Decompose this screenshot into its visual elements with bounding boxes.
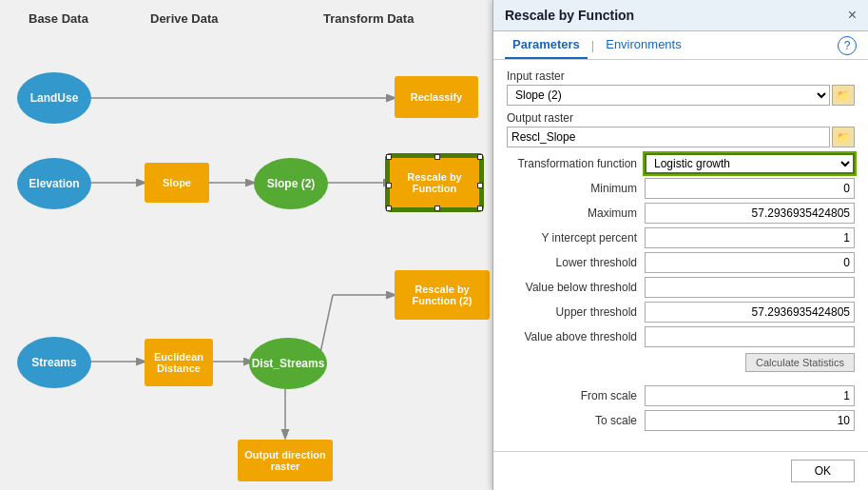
value-above-row: Value above threshold [507,326,855,347]
dialog-title: Rescale by Function [505,8,634,23]
node-rescale-function-2[interactable]: Rescale by Function (2) [395,270,490,320]
node-slope-rect[interactable]: Slope [145,163,209,203]
value-above-label: Value above threshold [507,330,645,343]
minimum-label: Minimum [507,182,645,195]
transformation-row: Transformation function Logistic growth [507,153,855,174]
tab-separator: | [591,38,594,52]
value-below-input[interactable] [645,277,855,298]
lower-threshold-label: Lower threshold [507,256,645,269]
output-raster-input[interactable] [507,127,830,147]
arrows-svg [0,0,494,490]
from-scale-input[interactable] [645,385,855,406]
input-raster-group: Input raster Slope (2) 📁 [507,69,855,106]
upper-threshold-label: Upper threshold [507,305,645,319]
input-raster-label: Input raster [507,69,855,83]
node-reclassify[interactable]: Reclassify [395,76,478,118]
calc-stats-button[interactable]: Calculate Statistics [745,353,855,372]
transformation-label: Transformation function [507,157,645,170]
from-scale-label: From scale [507,389,645,402]
canvas-area: Base Data Derive Data Transform Data Lan… [0,0,494,490]
output-raster-row: 📁 [507,127,855,147]
dialog-tabs: Parameters | Environments ? [493,31,868,60]
calc-stats-row: Calculate Statistics [507,353,855,380]
input-raster-select[interactable]: Slope (2) [507,85,830,106]
input-raster-folder-btn[interactable]: 📁 [832,85,855,106]
maximum-row: Maximum [507,203,855,224]
help-icon[interactable]: ? [838,36,857,55]
col-header-derive-data: Derive Data [150,11,219,26]
output-raster-label: Output raster [507,111,855,125]
y-intercept-row: Y intercept percent [507,227,855,248]
node-slope-ellipse[interactable]: Slope (2) [254,158,328,209]
lower-threshold-row: Lower threshold [507,252,855,273]
upper-threshold-row: Upper threshold [507,302,855,323]
node-elevation[interactable]: Elevation [17,158,91,209]
col-header-base-data: Base Data [29,11,88,26]
y-intercept-input[interactable] [645,227,855,248]
ok-button[interactable]: OK [791,460,855,482]
input-raster-row: Slope (2) 📁 [507,85,855,106]
lower-threshold-input[interactable] [645,252,855,273]
from-scale-row: From scale [507,385,855,406]
to-scale-row: To scale [507,410,855,431]
y-intercept-label: Y intercept percent [507,231,645,245]
minimum-row: Minimum [507,178,855,199]
close-button[interactable]: × [848,8,857,23]
dialog-content: Input raster Slope (2) 📁 Output raster 📁… [493,60,868,451]
node-landuse[interactable]: LandUse [17,72,91,124]
tab-parameters[interactable]: Parameters [505,31,588,59]
minimum-input[interactable] [645,178,855,199]
output-raster-group: Output raster 📁 [507,111,855,147]
node-euclidean[interactable]: Euclidean Distance [145,339,213,386]
column-headers: Base Data Derive Data Transform Data [0,0,494,19]
upper-threshold-input[interactable] [645,302,855,323]
maximum-input[interactable] [645,203,855,224]
maximum-label: Maximum [507,206,645,220]
value-below-label: Value below threshold [507,281,645,294]
node-rescale-function[interactable]: Rescale by Function [387,155,482,210]
rescale-dialog: Rescale by Function × Parameters | Envir… [492,0,868,490]
tab-environments[interactable]: Environments [598,31,688,59]
dialog-titlebar: Rescale by Function × [493,0,868,31]
node-output-direction[interactable]: Output direction raster [238,440,333,481]
to-scale-label: To scale [507,414,645,427]
node-dist-streams[interactable]: Dist_Streams [249,338,327,389]
to-scale-input[interactable] [645,410,855,431]
value-below-row: Value below threshold [507,277,855,298]
output-raster-folder-btn[interactable]: 📁 [832,127,855,147]
dialog-footer: OK [493,451,868,490]
value-above-input[interactable] [645,326,855,347]
node-streams[interactable]: Streams [17,337,91,388]
transformation-select[interactable]: Logistic growth [645,153,855,174]
col-header-transform-data: Transform Data [323,11,414,26]
